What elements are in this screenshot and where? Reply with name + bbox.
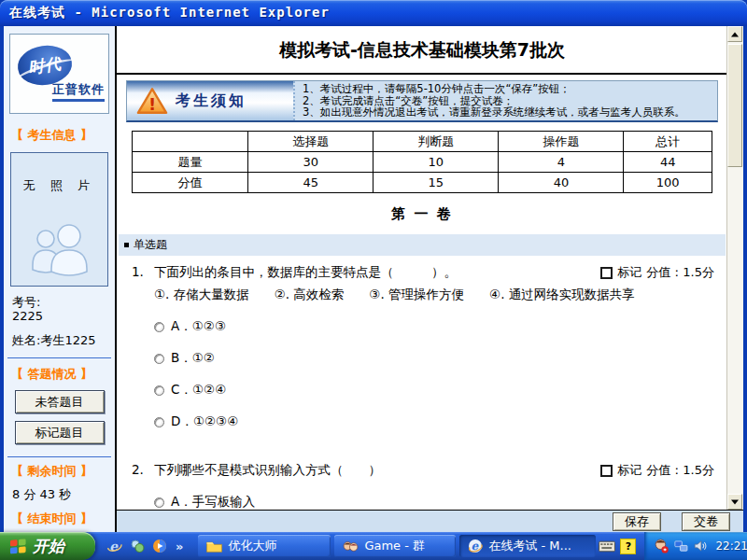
question-type-label: 单选题 xyxy=(134,237,167,253)
answer-option[interactable]: C．①②④ xyxy=(154,382,716,399)
folder-icon xyxy=(206,540,222,553)
taskbar: 开始 e » xyxy=(0,532,747,560)
scroll-up-button[interactable] xyxy=(727,26,742,42)
radio-button[interactable] xyxy=(154,497,164,508)
value-cell: 44 xyxy=(624,152,712,173)
question-number: 1. xyxy=(132,264,154,279)
radio-button[interactable] xyxy=(154,417,164,427)
notice-box: ! 考生须知 1、考试过程中，请每隔5-10分钟点击一次“保存”按钮； 2、考试… xyxy=(126,80,718,122)
radio-button[interactable] xyxy=(154,354,164,364)
value-cell: 100 xyxy=(624,173,712,193)
exam-number-label: 考号: xyxy=(12,295,115,309)
taskbar-items: 优化大师 Game - 群 e 在线考试 - M... xyxy=(198,535,596,557)
sidebar: 时代 正普软件 【 考生信息 】 无 照 片 xyxy=(4,26,117,532)
notice-line: 1、考试过程中，请每隔5-10分钟点击一次“保存”按钮； xyxy=(303,83,712,95)
score-summary-table: 选择题 判断题 操作题 总计 题量 30 10 4 44 分值 45 xyxy=(132,131,712,193)
row-label-cell: 题量 xyxy=(133,152,248,173)
logo-text-secondary: 正普软件 xyxy=(52,81,105,102)
svg-text:e: e xyxy=(109,539,119,553)
notice-header-text: 考生须知 xyxy=(176,91,247,111)
media-player-quicklaunch-icon[interactable] xyxy=(151,539,167,554)
ie-icon: e xyxy=(468,539,483,553)
page-body: 时代 正普软件 【 考生信息 】 无 照 片 xyxy=(4,26,743,532)
value-cell: 15 xyxy=(374,173,499,193)
remaining-time-label: 【 剩余时间 】 xyxy=(11,463,107,480)
up-arrow-icon xyxy=(731,32,739,36)
network-tray-icon[interactable] xyxy=(673,539,688,553)
header-cell: 选择题 xyxy=(248,132,374,152)
notice-line: 2、考试完成请点击“交卷”按钮，提交试卷； xyxy=(303,95,712,107)
value-cell: 40 xyxy=(499,173,624,193)
vertical-scrollbar[interactable] xyxy=(726,26,743,510)
unanswered-questions-button[interactable]: 未答题目 xyxy=(15,390,105,413)
table-row: 分值 45 15 40 100 xyxy=(133,173,712,193)
value-cell: 4 xyxy=(499,152,624,173)
scrollbar-thumb[interactable] xyxy=(727,44,742,167)
window-titlebar: 在线考试 - Microsoft Internet Explorer xyxy=(0,0,747,26)
help-icon[interactable]: ? xyxy=(619,539,637,553)
taskbar-item-label: 优化大师 xyxy=(228,538,276,554)
sidebar-divider xyxy=(7,357,111,358)
radio-button[interactable] xyxy=(154,322,164,332)
score-label: 分值：1.5分 xyxy=(646,264,714,281)
answer-option[interactable]: A．①②③ xyxy=(154,318,716,335)
ie-quicklaunch-icon[interactable]: e xyxy=(106,539,122,554)
save-button[interactable]: 保存 xyxy=(613,512,661,531)
question-2: 2. 下列哪些不是模式识别输入方式（ ） 标记 分值：1.5分 A．手写板输入 xyxy=(132,462,716,510)
notice-lines: 1、考试过程中，请每隔5-10分钟点击一次“保存”按钮； 2、考试完成请点击“交… xyxy=(293,81,717,120)
header-cell: 判断题 xyxy=(374,132,499,152)
warning-icon: ! xyxy=(136,87,168,116)
quick-launch-bar: e » xyxy=(95,539,189,554)
marked-questions-button[interactable]: 标记题目 xyxy=(15,421,105,444)
taskbar-clock[interactable]: 22:21 xyxy=(715,539,747,553)
answer-option[interactable]: B．①② xyxy=(154,350,716,367)
page-title: 模拟考试-信息技术基础模块第7批次 xyxy=(122,38,722,63)
end-time-label: 【 结束时间 】 xyxy=(11,511,107,527)
exam-number: 考号: 2225 xyxy=(12,295,115,323)
start-button[interactable]: 开始 xyxy=(0,532,95,560)
messenger-quicklaunch-icon[interactable] xyxy=(129,539,145,554)
window-frame: 时代 正普软件 【 考生信息 】 无 照 片 xyxy=(0,26,747,532)
start-label: 开始 xyxy=(33,536,64,557)
question-text: 下面列出的条目中，数据库的主要特点是（ ）。 xyxy=(154,264,593,281)
taskbar-item-online-exam[interactable]: e 在线考试 - M... xyxy=(459,535,596,557)
score-label: 分值：1.5分 xyxy=(646,462,714,479)
header-cell: 总计 xyxy=(624,132,712,152)
radio-button[interactable] xyxy=(154,385,164,396)
volume-tray-icon[interactable] xyxy=(693,539,708,553)
candidate-name: 姓名:考生1225 xyxy=(12,333,115,347)
option-label: C．①②④ xyxy=(171,382,226,399)
question-number: 2. xyxy=(132,462,154,477)
table-header-row: 选择题 判断题 操作题 总计 xyxy=(133,132,712,152)
mark-label: 标记 xyxy=(617,264,641,281)
header-cell: 操作题 xyxy=(499,132,624,152)
submit-button[interactable]: 交卷 xyxy=(682,512,730,531)
square-bullet-icon xyxy=(124,243,129,247)
mark-checkbox[interactable] xyxy=(600,465,613,477)
answer-option[interactable]: A．手写板输入 xyxy=(154,494,716,510)
taskbar-item-youhuadashi[interactable]: 优化大师 xyxy=(198,535,331,557)
question-list: 1. 下面列出的条目中，数据库的主要特点是（ ）。 标记 分值：1.5分 ①. … xyxy=(117,264,727,510)
taskbar-item-game-group[interactable]: Game - 群 xyxy=(334,535,456,557)
notice-line: 3、如出现意外情况退出考试，请重新登录系统继续考试，或者与监考人员联系。 xyxy=(303,106,712,119)
mark-checkbox[interactable] xyxy=(600,267,613,279)
keyboard-layout-icon[interactable] xyxy=(598,539,615,553)
windows-flag-icon xyxy=(9,538,27,555)
question-text: 下列哪些不是模式识别输入方式（ ） xyxy=(154,462,593,479)
candidate-info-label: 【 考生信息 】 xyxy=(11,127,107,144)
scroll-down-button[interactable] xyxy=(727,494,742,510)
mark-label: 标记 xyxy=(617,462,641,479)
action-bar: 保存 交卷 xyxy=(117,510,743,532)
question-type-bar: 单选题 xyxy=(119,234,726,256)
header-cell xyxy=(133,132,248,152)
option-label: A．①②③ xyxy=(171,318,226,335)
down-arrow-icon xyxy=(731,499,739,504)
browser-window: 在线考试 - Microsoft Internet Explorer 时代 正普… xyxy=(0,0,747,560)
quicklaunch-overflow-chevron[interactable]: » xyxy=(176,539,183,553)
value-cell: 30 xyxy=(248,152,374,173)
qq-tray-icon[interactable] xyxy=(654,539,669,553)
system-tray: 22:21 xyxy=(644,532,747,560)
answer-option[interactable]: D．①②③④ xyxy=(154,413,716,430)
taskbar-item-label: Game - 群 xyxy=(364,538,425,554)
answer-status-label: 【 答题情况 】 xyxy=(11,366,107,383)
